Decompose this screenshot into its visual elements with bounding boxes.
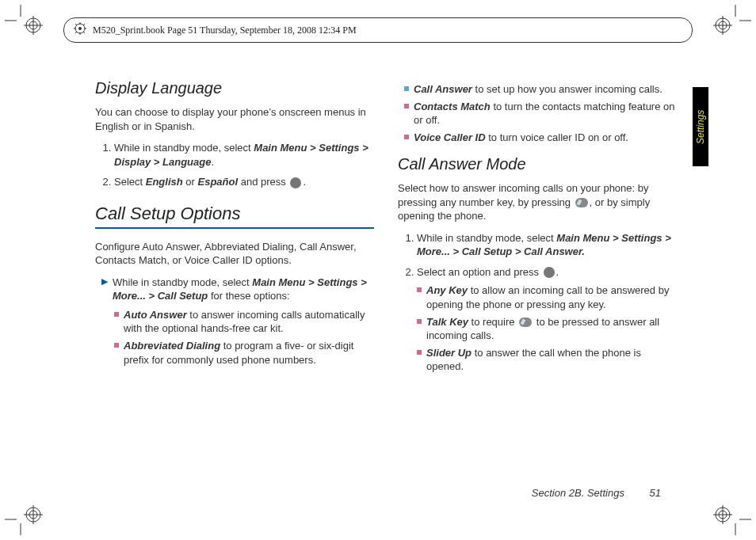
svg-line-33 xyxy=(83,24,85,25)
svg-line-30 xyxy=(75,24,77,25)
sub-bullet: Any Key to allow an incoming call to be … xyxy=(417,283,677,311)
section-tab-label: Settings xyxy=(695,109,706,143)
paragraph: Select how to answer incoming calls on y… xyxy=(398,181,677,223)
sub-bullet: Contacts Match to turn the contacts matc… xyxy=(404,100,677,127)
square-bullet-icon xyxy=(417,287,422,292)
paragraph: Configure Auto Answer, Abbreviated Diali… xyxy=(95,240,374,268)
header-text: M520_Sprint.book Page 51 Thursday, Septe… xyxy=(93,25,357,36)
svg-line-31 xyxy=(83,32,85,33)
paragraph: You can choose to display your phone’s o… xyxy=(95,105,374,133)
footer-page-number: 51 xyxy=(650,487,661,499)
square-bullet-icon xyxy=(404,104,409,108)
square-bullet-icon xyxy=(417,350,422,355)
book-icon xyxy=(74,22,86,38)
section-tab: Settings xyxy=(693,87,708,166)
registration-mark-icon xyxy=(24,505,43,524)
arrow-bullet: ▶ While in standby mode, select Main Men… xyxy=(101,276,374,303)
sub-bullet: Slider Up to answer the call when the ph… xyxy=(417,346,677,374)
square-bullet-icon xyxy=(114,343,119,348)
square-bullet-icon xyxy=(417,319,422,324)
heading-display-language: Display Language xyxy=(95,79,374,97)
sub-bullet: Abbreviated Dialing to program a five- o… xyxy=(114,339,374,367)
square-bullet-icon xyxy=(404,135,409,139)
right-column: Call Answer to set up how you answer inc… xyxy=(398,79,677,485)
framemaker-header: M520_Sprint.book Page 51 Thursday, Septe… xyxy=(63,17,693,43)
footer-section: Section 2B. Settings xyxy=(532,487,624,499)
left-column: Display Language You can choose to displ… xyxy=(95,79,374,485)
ok-key-icon xyxy=(544,267,555,278)
sub-bullet: Auto Answer to answer incoming calls aut… xyxy=(114,308,374,336)
square-bullet-icon xyxy=(114,312,119,317)
page-footer: Section 2B. Settings 51 xyxy=(95,487,661,499)
talk-key-icon xyxy=(519,318,532,327)
square-bullet-icon xyxy=(404,86,409,91)
sub-bullet: Call Answer to set up how you answer inc… xyxy=(404,82,677,97)
heading-call-setup-options: Call Setup Options xyxy=(95,203,374,229)
svg-point-25 xyxy=(78,27,82,30)
step-2: Select an option and press . Any Key to … xyxy=(417,265,677,374)
registration-mark-icon xyxy=(713,16,732,35)
step-1: While in standby mode, select Main Menu … xyxy=(417,231,677,259)
sub-bullet: Talk Key to require to be pressed to ans… xyxy=(417,315,677,343)
sub-bullet: Voice Caller ID to turn voice caller ID … xyxy=(404,131,677,145)
step-1: While in standby mode, select Main Menu … xyxy=(114,141,374,169)
svg-line-32 xyxy=(75,32,77,33)
step-2: Select English or Español and press . xyxy=(114,175,374,189)
talk-key-icon xyxy=(575,198,588,207)
registration-mark-icon xyxy=(24,16,43,35)
heading-call-answer-mode: Call Answer Mode xyxy=(398,155,677,173)
registration-mark-icon xyxy=(713,505,732,524)
triangle-bullet-icon: ▶ xyxy=(101,276,108,303)
ok-key-icon xyxy=(290,177,301,188)
